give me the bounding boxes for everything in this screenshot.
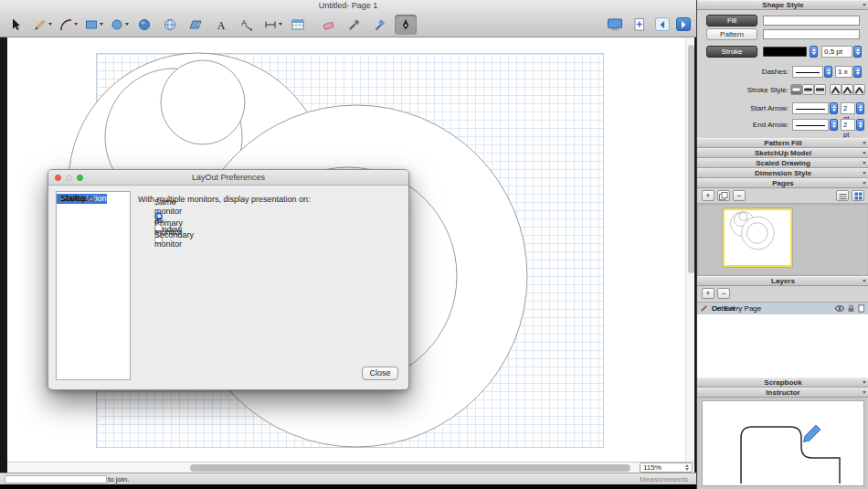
collapse-icon[interactable]: [863, 182, 866, 185]
label-tool-button[interactable]: A: [236, 15, 258, 35]
delete-layer-button[interactable]: −: [717, 288, 730, 299]
pencil-icon: [33, 17, 48, 32]
vertical-scrollbar-thumb[interactable]: [688, 45, 694, 273]
fill-color-swatch[interactable]: [763, 16, 860, 26]
pages-thumbnails-area[interactable]: [697, 203, 868, 276]
statusbar: Click to select the first segment to joi…: [0, 473, 696, 484]
dashes-scale-stepper[interactable]: [853, 66, 862, 78]
measurements-input[interactable]: [5, 475, 107, 484]
dialog-titlebar[interactable]: LayOut Preferences: [48, 170, 408, 186]
page-thumbnail-preview: [725, 210, 790, 265]
start-presentation-button[interactable]: [606, 15, 624, 35]
stroke-style-label: Stroke Style:: [697, 84, 789, 96]
page-grid-view-button[interactable]: [852, 190, 864, 201]
polygon-tool-button[interactable]: [133, 15, 155, 35]
pref-item-startup[interactable]: Startup: [57, 194, 87, 204]
join-bevel-button[interactable]: [853, 84, 865, 95]
eraser-icon: [322, 17, 336, 32]
select-tool-button[interactable]: [5, 15, 27, 35]
zoom-stepper-icon[interactable]: [685, 464, 689, 471]
panel-header-layers[interactable]: Layers: [697, 276, 868, 286]
text-tool-button[interactable]: A: [210, 15, 232, 35]
collapse-icon[interactable]: [863, 391, 866, 394]
add-page-small-button[interactable]: +: [702, 190, 715, 201]
zoom-value: 115%: [643, 463, 662, 472]
duplicate-page-button[interactable]: [717, 190, 730, 201]
page-list-view-button[interactable]: [836, 190, 849, 201]
join-miter-button[interactable]: [830, 84, 842, 95]
delete-page-button[interactable]: −: [733, 190, 746, 201]
panel-header-pattern-fill[interactable]: Pattern Fill: [697, 138, 868, 148]
collapse-icon[interactable]: [863, 381, 866, 384]
dimension-tool-button[interactable]: [261, 15, 283, 35]
line-tool-button[interactable]: [31, 15, 53, 35]
pattern-swatch[interactable]: [763, 29, 860, 39]
stroke-width-stepper[interactable]: [853, 46, 862, 58]
arc-tool-button[interactable]: [57, 15, 79, 35]
zoom-dropdown[interactable]: 115%: [640, 462, 693, 473]
share-page-icon[interactable]: [858, 304, 865, 313]
arrow-left-icon: [658, 20, 667, 29]
cap-butt-button[interactable]: [790, 84, 802, 95]
horizontal-scrollbar-thumb[interactable]: [190, 464, 630, 472]
end-arrow-size-stepper[interactable]: [856, 119, 864, 131]
collapse-icon[interactable]: [863, 4, 866, 6]
next-page-button[interactable]: [676, 17, 691, 31]
split-tool-button[interactable]: [369, 15, 391, 35]
stroke-color-swatch[interactable]: [763, 47, 807, 57]
join-round-button[interactable]: [842, 84, 853, 95]
style-tool-button[interactable]: [344, 15, 365, 35]
end-arrow-dropdown[interactable]: [792, 119, 829, 131]
end-arrow-size[interactable]: 2 pt: [841, 119, 855, 131]
panel-header-scrapbook[interactable]: Scrapbook: [697, 377, 868, 388]
previous-page-button[interactable]: [655, 17, 670, 31]
dashes-scale-value[interactable]: 1 x: [835, 66, 852, 78]
zoom-window-icon[interactable]: [77, 175, 83, 181]
offset-tool-button[interactable]: [159, 15, 181, 35]
fill-button[interactable]: Fill: [706, 15, 757, 27]
collapse-icon[interactable]: [863, 172, 866, 175]
layer-row-on-every-page[interactable]: On Every Page: [697, 303, 868, 314]
start-arrow-size[interactable]: 2 pt: [841, 102, 855, 114]
cap-square-button[interactable]: [814, 84, 826, 95]
close-window-icon[interactable]: [55, 175, 61, 181]
panel-header-sketchup-model[interactable]: SketchUp Model: [697, 148, 868, 158]
panel-header-pages[interactable]: Pages: [697, 178, 868, 188]
close-button[interactable]: Close: [362, 367, 398, 380]
table-tool-button[interactable]: [287, 15, 309, 35]
join-tool-button[interactable]: [395, 15, 417, 35]
panel-header-dimension-style[interactable]: Dimension Style: [697, 168, 868, 178]
dashes-pattern-dropdown[interactable]: [792, 66, 823, 78]
visibility-eye-icon[interactable]: [835, 304, 844, 313]
circle-tool-button[interactable]: [108, 15, 130, 35]
add-layer-button[interactable]: +: [702, 288, 715, 299]
chevron-down-icon: [74, 23, 78, 26]
rectangle-tool-button[interactable]: [82, 15, 104, 35]
stroke-color-stepper[interactable]: [810, 46, 818, 58]
lock-icon[interactable]: [847, 304, 855, 313]
pattern-button[interactable]: Pattern: [706, 28, 757, 40]
start-arrow-dropdown[interactable]: [792, 102, 829, 114]
collapse-icon[interactable]: [863, 152, 866, 154]
end-arrow-style-stepper[interactable]: [830, 119, 838, 131]
panel-header-shape-style[interactable]: Shape Style: [697, 0, 868, 10]
dashes-pattern-stepper[interactable]: [824, 66, 832, 78]
stroke-width-value[interactable]: 0,5 pt: [821, 46, 852, 58]
scroll-row: 115%: [7, 462, 694, 473]
collapse-icon[interactable]: [863, 280, 866, 282]
start-arrow-size-stepper[interactable]: [856, 102, 864, 114]
panel-header-instructor[interactable]: Instructor: [697, 388, 868, 398]
tool-group: A A: [5, 15, 417, 35]
stroke-button[interactable]: Stroke: [706, 46, 757, 58]
freehand-tool-button[interactable]: [185, 15, 206, 35]
dialog-title: LayOut Preferences: [192, 173, 265, 182]
collapse-icon[interactable]: [863, 142, 866, 144]
vertical-scrollbar[interactable]: [685, 37, 694, 462]
cap-round-button[interactable]: [802, 84, 814, 95]
start-arrow-style-stepper[interactable]: [830, 102, 838, 114]
panel-header-scaled-drawing[interactable]: Scaled Drawing: [697, 158, 868, 168]
page-thumbnail-selected[interactable]: [723, 208, 792, 267]
add-page-button[interactable]: [630, 15, 649, 35]
collapse-icon[interactable]: [863, 162, 866, 165]
eraser-tool-button[interactable]: [318, 15, 340, 35]
